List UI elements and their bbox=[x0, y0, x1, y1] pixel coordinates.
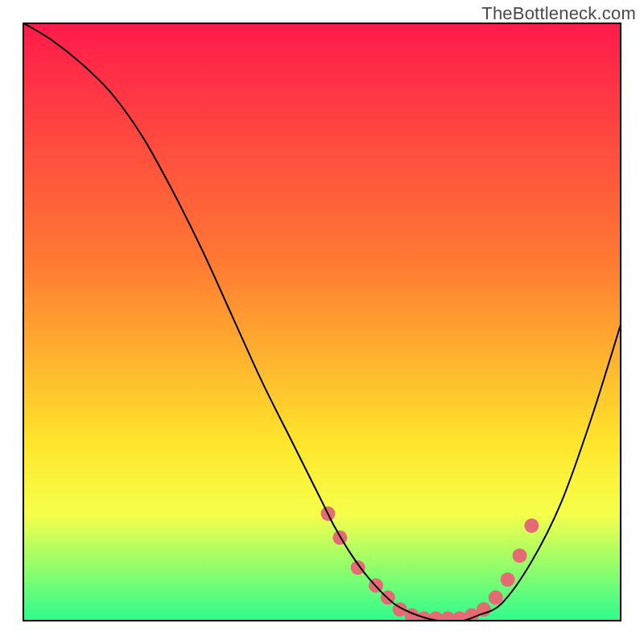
highlight-dot bbox=[513, 548, 527, 563]
highlight-dot bbox=[501, 572, 515, 587]
watermark-label: TheBottleneck.com bbox=[481, 3, 636, 24]
chart-svg bbox=[23, 23, 621, 621]
highlight-dot bbox=[351, 560, 365, 575]
chart-root: TheBottleneck.com bbox=[0, 0, 644, 644]
highlight-dot bbox=[524, 518, 539, 533]
plot-area bbox=[23, 23, 621, 621]
highlight-dot bbox=[489, 590, 503, 605]
